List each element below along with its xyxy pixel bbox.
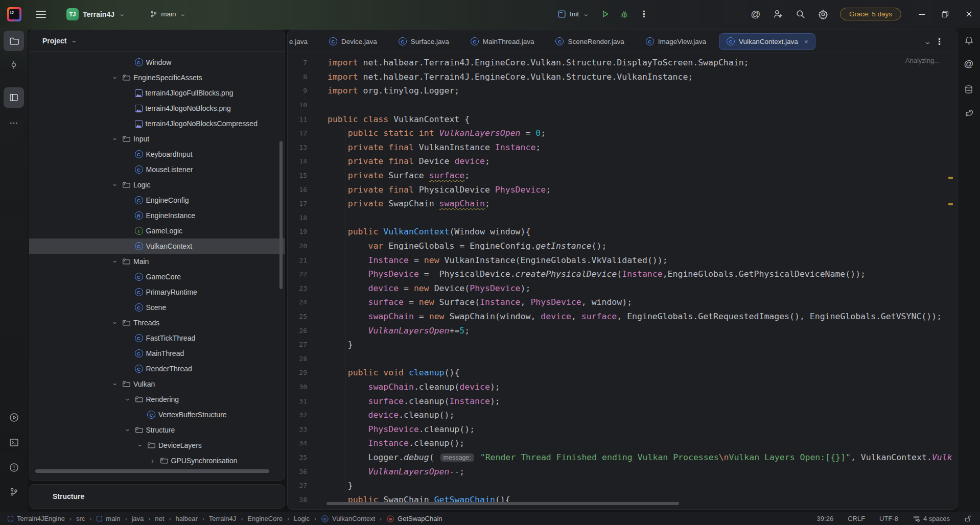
code-line-35[interactable]: 35 Logger.debug( message: "Render Thread… [288, 450, 957, 465]
chevron-expanded-icon[interactable]: › [111, 380, 119, 388]
tree-item-gamelogic[interactable]: IGameLogic [29, 223, 285, 238]
line-number[interactable]: 27 [288, 341, 319, 348]
tree-item-fasttickthread[interactable]: CFastTickThread [29, 330, 285, 346]
tree-item-renderthread[interactable]: CRenderThread [29, 361, 285, 376]
indent-setting[interactable]: 4 spaces [913, 515, 950, 522]
code-line-33[interactable]: 33 PhysDevice.cleanup(); [288, 422, 957, 436]
line-number[interactable]: 7 [288, 59, 319, 66]
chevron-expanded-icon[interactable]: › [111, 181, 119, 189]
code-line-13[interactable]: 13 private final VulkanInstance Instance… [288, 140, 957, 155]
line-number[interactable]: 23 [288, 284, 319, 292]
code-line-34[interactable]: 34 Instance.cleanup(); [288, 436, 957, 450]
line-number[interactable]: 29 [288, 369, 319, 376]
code-line-36[interactable]: 36 VulkanLayersOpen--; [288, 464, 957, 479]
chevron-expanded-icon[interactable]: › [111, 74, 119, 82]
run-button[interactable] [599, 9, 611, 20]
commit-tool-button[interactable] [4, 55, 24, 75]
code-line-16[interactable]: 16 private final PhysicalDevice PhysDevi… [288, 182, 957, 197]
line-number[interactable]: 30 [288, 383, 319, 391]
line-number[interactable]: 32 [288, 411, 319, 419]
project-widget[interactable]: TJ Terrain4J ⌄ [62, 6, 128, 22]
line-number[interactable]: 24 [288, 298, 319, 306]
chevron-expanded-icon[interactable]: › [111, 319, 119, 327]
run-tool-button[interactable] [4, 407, 24, 427]
line-ending[interactable]: CRLF [848, 515, 865, 522]
window-close-button[interactable] [964, 9, 974, 19]
code-editor[interactable]: 7import net.halbear.Terrain4J.EngineCore… [288, 53, 957, 509]
file-encoding[interactable]: UTF-8 [879, 515, 898, 522]
code-line-9[interactable]: 9import org.tinylog.Logger; [288, 84, 957, 98]
chevron-expanded-icon[interactable]: › [111, 257, 119, 266]
search-icon[interactable] [795, 9, 806, 20]
breadcrumb-item-terrain4j[interactable]: Terrain4J [209, 515, 236, 522]
run-configuration-selector[interactable]: Init ⌄ [554, 8, 591, 20]
line-number[interactable]: 38 [288, 496, 319, 504]
code-line-18[interactable]: 18 [288, 211, 957, 225]
warning-stripe-mark[interactable] [948, 177, 953, 179]
vcs-branch-widget[interactable]: main ⌄ [146, 8, 189, 20]
line-number[interactable]: 16 [288, 186, 319, 194]
line-number[interactable]: 11 [288, 115, 319, 123]
tree-item-window[interactable]: CWindow [29, 55, 285, 70]
line-number[interactable]: 12 [288, 129, 319, 137]
tree-item-gpusynchronisation[interactable]: ›GPUSynchronisation [29, 453, 285, 468]
chevron-expanded-icon[interactable]: › [124, 426, 131, 434]
tabs-list-chevron-icon[interactable]: ⌄ [924, 30, 930, 53]
line-number[interactable]: 9 [288, 87, 319, 94]
project-tool-button[interactable] [4, 31, 24, 51]
breadcrumb-item-terrain4jengine[interactable]: Terrain4JEngine [7, 515, 65, 522]
tree-item-threads[interactable]: ›Threads [29, 315, 285, 330]
tree-item-terrain4jlogofullblocks-png[interactable]: terrain4JlogoFullBlocks.png [29, 85, 285, 101]
code-line-26[interactable]: 26 VulkanLayersOpen+=5; [288, 323, 957, 338]
code-line-10[interactable]: 10 [288, 98, 957, 112]
code-line-20[interactable]: 20 var EngineGlobals = EngineConfig.getI… [288, 239, 957, 253]
breadcrumb-item-main[interactable]: main [96, 515, 120, 522]
editor-tab-e-java[interactable]: e.java [288, 30, 318, 53]
editor-tab-device-java[interactable]: CDevice.java [318, 30, 388, 53]
code-with-me-icon[interactable] [773, 9, 784, 20]
line-number[interactable]: 28 [288, 355, 319, 363]
tree-vertical-scrollbar[interactable] [279, 141, 283, 289]
tree-item-primaryruntime[interactable]: CPrimaryRuntime [29, 284, 285, 300]
tree-item-vulkan[interactable]: ›Vulkan [29, 376, 285, 392]
chevron-expanded-icon[interactable]: › [111, 135, 119, 143]
code-line-15[interactable]: 15 private Surface surface; [288, 169, 957, 183]
breadcrumb-item-halbear[interactable]: halbear [175, 515, 197, 522]
line-number[interactable]: 25 [288, 313, 319, 320]
tree-item-main[interactable]: ›Main [29, 254, 285, 269]
code-line-37[interactable]: 37 } [288, 479, 957, 493]
tree-item-structure[interactable]: ›Structure [29, 422, 285, 438]
editor-tab-vulkancontext-java[interactable]: CVulkanContext.java× [719, 33, 815, 50]
main-menu-hamburger-icon[interactable] [36, 11, 46, 18]
write-access-lock-icon[interactable] [964, 515, 972, 522]
breadcrumb-item-src[interactable]: src [76, 515, 85, 522]
tree-item-mainthread[interactable]: CMainThread [29, 346, 285, 361]
line-number[interactable]: 15 [288, 172, 319, 179]
tree-item-mouselistener[interactable]: CMouseListener [29, 162, 285, 177]
tree-item-gamecore[interactable]: CGameCore [29, 269, 285, 284]
window-restore-button[interactable] [940, 9, 950, 19]
tree-item-scene[interactable]: CScene [29, 300, 285, 315]
code-line-17[interactable]: 17 private SwapChain swapChain; [288, 197, 957, 211]
line-number[interactable]: 35 [288, 454, 319, 461]
database-tool-button[interactable] [959, 79, 979, 100]
gradle-tool-button[interactable] [959, 103, 979, 123]
line-number[interactable]: 13 [288, 144, 319, 151]
code-line-22[interactable]: 22 PhysDevice = PhysicalDevice.createPhy… [288, 267, 957, 281]
breadcrumb-item-getswapchain[interactable]: mGetSwapChain [386, 515, 442, 523]
code-line-32[interactable]: 32 device.cleanup(); [288, 408, 957, 422]
code-line-25[interactable]: 25 swapChain = new SwapChain(window, dev… [288, 309, 957, 324]
code-line-21[interactable]: 21 Instance = new VulkanInstance(EngineG… [288, 253, 957, 267]
tree-item-terrain4jlogonoblockscompressed[interactable]: terrain4JlogoNoBlocksCompressed [29, 116, 285, 131]
line-number[interactable]: 31 [288, 397, 319, 405]
chevron-collapsed-icon[interactable]: › [149, 457, 157, 465]
breadcrumb-item-java[interactable]: java [131, 515, 144, 522]
line-number[interactable]: 22 [288, 270, 319, 278]
line-number[interactable]: 8 [288, 73, 319, 81]
chevron-expanded-icon[interactable]: › [136, 441, 144, 449]
version-control-tool-button[interactable] [4, 482, 24, 502]
breadcrumb-item-enginecore[interactable]: EngineCore [247, 515, 283, 522]
structure-panel-bar[interactable]: Structure [29, 484, 285, 509]
line-number[interactable]: 37 [288, 482, 319, 489]
tab-close-icon[interactable]: × [804, 38, 808, 45]
